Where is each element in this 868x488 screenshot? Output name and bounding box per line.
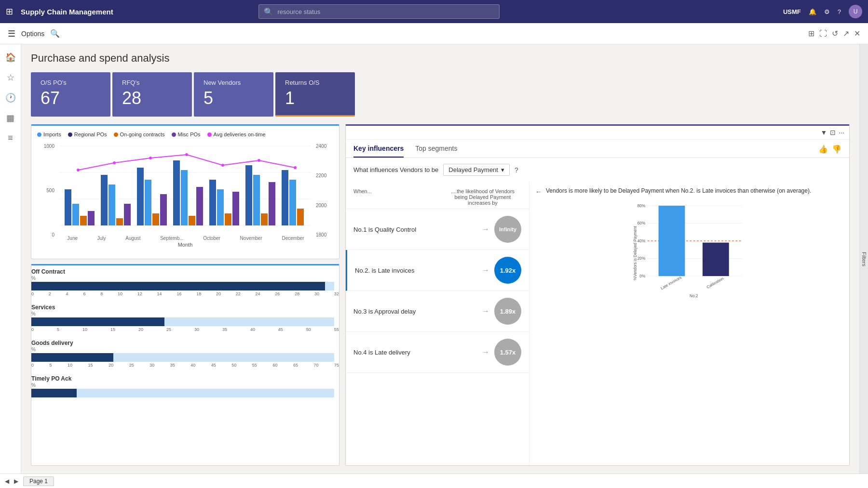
ki-arrow-1: →	[482, 266, 489, 275]
svg-text:80%: 80%	[637, 204, 645, 208]
legend-misc: Misc POs	[172, 132, 201, 137]
line-bar-chart: 1000 500 0	[37, 141, 333, 247]
ki-header: Key influencers Top segments 👍 👎	[346, 140, 849, 158]
legend-imports: Imports	[37, 132, 61, 137]
kpi-tile-0[interactable]: O/S PO's 67	[31, 72, 110, 117]
thumbs-up-icon[interactable]: 👍	[818, 145, 828, 154]
bar-track-timely	[31, 389, 334, 397]
options-label: Options	[21, 30, 44, 38]
clock-icon[interactable]: 🕐	[2, 90, 19, 106]
help-icon[interactable]: ?	[838, 8, 841, 15]
focus-mode-icon[interactable]: ⊡	[830, 129, 836, 136]
bar-pct-services: %	[31, 311, 339, 317]
svg-point-33	[149, 157, 152, 159]
svg-rect-24	[245, 165, 252, 225]
bar-pct-offcontract: %	[31, 276, 339, 281]
filter-icon[interactable]: ▼	[820, 129, 827, 136]
settings-icon[interactable]: ⚙	[824, 8, 830, 15]
search-icon: 🔍	[264, 7, 273, 16]
kpi-label-2: New Vendors	[203, 79, 264, 86]
ki-item-2[interactable]: No.3 is Approval delay → 1.89x	[346, 291, 529, 332]
bar-track-services	[31, 317, 334, 326]
svg-text:%Vendors is Delayed Payment: %Vendors is Delayed Payment	[633, 226, 637, 280]
svg-text:20%: 20%	[637, 256, 645, 261]
home-icon[interactable]: 🏠	[2, 49, 19, 66]
ki-bubble-3: 1.57x	[494, 339, 521, 366]
tab-top-segments[interactable]: Top segments	[415, 145, 457, 158]
ki-help-icon[interactable]: ?	[515, 166, 518, 174]
grid-view-icon[interactable]: ⊞	[808, 29, 814, 38]
ki-item-3[interactable]: No.4 is Late delivery → 1.57x	[346, 332, 529, 373]
sec-nav-right: ⊞ ⛶ ↺ ↗ ✕	[808, 29, 860, 38]
hamburger-icon[interactable]: ☰	[8, 28, 15, 39]
ki-arrow-2: →	[482, 307, 489, 316]
ki-dropdown-value: Delayed Payment	[448, 166, 498, 173]
ki-dropdown[interactable]: Delayed Payment ▾	[443, 164, 510, 176]
kpi-value-3: 1	[285, 88, 345, 108]
svg-text:40%: 40%	[637, 239, 645, 243]
fullscreen-icon[interactable]: ⛶	[819, 29, 827, 38]
kpi-value-0: 67	[41, 88, 101, 108]
kpi-tile-2[interactable]: New Vendors 5	[194, 72, 273, 117]
ki-item-1[interactable]: No.2. is Late invoices → 1.92x	[346, 250, 529, 291]
left-charts: Imports Regional POs On-going contracts …	[31, 124, 339, 466]
sec-nav: ☰ Options 🔍 ⊞ ⛶ ↺ ↗ ✕	[0, 23, 868, 44]
main-content: Purchase and spend analysis O/S PO's 67 …	[21, 44, 859, 474]
legend-regional-label: Regional POs	[74, 132, 107, 137]
svg-point-32	[113, 161, 116, 164]
avatar[interactable]: U	[849, 5, 862, 18]
page-1-tab[interactable]: Page 1	[23, 476, 54, 486]
app-title: Supply Chain Management	[21, 8, 113, 16]
x-axis-title: Month	[56, 242, 314, 248]
back-arrow-icon[interactable]: ←	[535, 188, 542, 196]
svg-rect-51	[703, 243, 729, 276]
filters-sidebar[interactable]: Filters	[859, 44, 868, 474]
list-icon[interactable]: ≡	[5, 130, 16, 146]
close-icon[interactable]: ✕	[854, 29, 860, 38]
page-prev-btn[interactable]: ◀	[5, 478, 9, 485]
table-icon[interactable]: ▦	[3, 110, 17, 126]
ki-bubble-0: Infinity	[494, 216, 521, 243]
line-bar-chart-panel: Imports Regional POs On-going contracts …	[31, 124, 339, 259]
bar-label-timely: Timely PO Ack	[31, 375, 339, 382]
svg-text:No.2: No.2	[690, 294, 698, 298]
kpi-tile-3[interactable]: Returns O/S 1	[275, 72, 355, 117]
sec-search-icon[interactable]: 🔍	[50, 29, 60, 38]
refresh-icon[interactable]: ↺	[832, 29, 838, 38]
top-search-bar[interactable]: 🔍	[258, 4, 500, 19]
search-input[interactable]	[277, 8, 494, 15]
svg-rect-50	[659, 206, 685, 276]
tab-key-influencers[interactable]: Key influencers	[353, 145, 404, 158]
svg-text:60%: 60%	[637, 221, 645, 225]
svg-rect-21	[217, 189, 224, 225]
bar-label-services: Services	[31, 304, 339, 311]
y-axis-left: 1000 500 0	[37, 141, 56, 247]
svg-point-34	[185, 153, 188, 156]
svg-point-31	[77, 169, 80, 171]
page-next-btn[interactable]: ▶	[14, 478, 18, 485]
bell-icon[interactable]: 🔔	[809, 8, 816, 15]
bar-label-goods: Goods delivery	[31, 340, 339, 346]
share-icon[interactable]: ↗	[843, 29, 849, 38]
app-grid-icon[interactable]: ⊞	[6, 6, 13, 17]
bar-row-goods: Goods delivery % 05101520253035404550556…	[31, 340, 339, 368]
ki-item-0[interactable]: No.1 is Quality Control → Infinity	[346, 209, 529, 250]
ki-item-label-3: No.4 is Late delivery	[353, 349, 477, 356]
thumbs-down-icon[interactable]: 👎	[832, 145, 841, 154]
svg-rect-22	[225, 213, 231, 225]
ki-detail: ← Vendors is more likely to be Delayed P…	[529, 182, 849, 465]
kpi-tile-1[interactable]: RFQ's 28	[112, 72, 192, 117]
star-icon[interactable]: ☆	[4, 69, 17, 86]
legend-ongoing: On-going contracts	[114, 132, 165, 137]
svg-rect-17	[181, 170, 188, 225]
ki-detail-text: ← Vendors is more likely to be Delayed P…	[535, 187, 843, 196]
svg-rect-4	[65, 189, 71, 225]
ki-bubble-2: 1.89x	[494, 298, 521, 325]
svg-rect-11	[124, 204, 131, 225]
ki-item-label-1: No.2. is Late invoices	[355, 267, 477, 274]
chart-legend: Imports Regional POs On-going contracts …	[37, 132, 333, 137]
y-axis-right: 2400 2200 2000 1800	[314, 141, 333, 247]
ki-question: What influences Vendors to be Delayed Pa…	[346, 158, 849, 182]
more-options-icon[interactable]: ···	[839, 129, 844, 136]
legend-misc-label: Misc POs	[178, 132, 201, 137]
